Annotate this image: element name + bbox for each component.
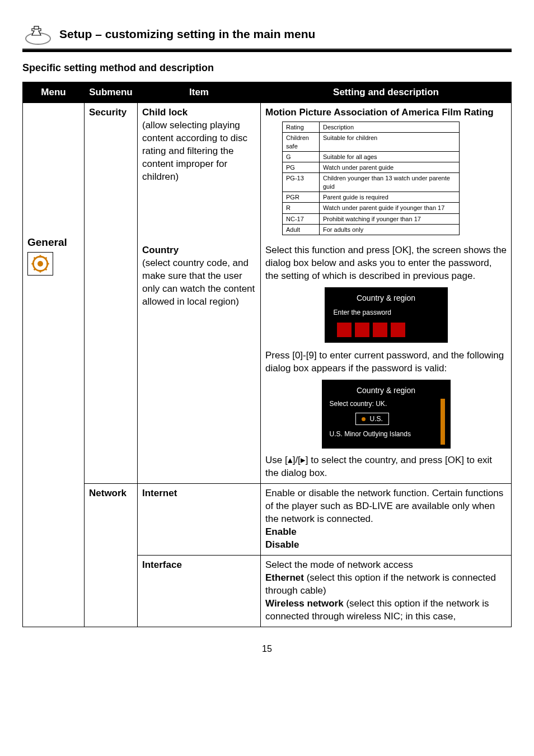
svg-line-10 (34, 268, 36, 270)
svg-line-9 (45, 268, 47, 270)
interface-wifi: Wireless network (265, 598, 344, 609)
rating-cell: Adult (283, 224, 320, 235)
scrollbar[interactable] (441, 399, 445, 445)
security-label: Security (89, 107, 127, 118)
th-setting: Setting and description (261, 82, 512, 103)
rating-cell: Prohibit watching if younger than 17 (320, 213, 460, 224)
internet-title: Internet (142, 488, 177, 498)
rating-hdr-desc: Description (320, 122, 460, 132)
item-internet: Internet (138, 484, 261, 556)
section-heading: Specific setting method and description (22, 62, 512, 74)
submenu-security: Security (85, 103, 138, 484)
gear-icon (27, 252, 53, 276)
rating-cell: Suitable for children (320, 133, 460, 152)
rating-cell: PGR (283, 192, 320, 203)
header-icon (22, 22, 54, 46)
rating-cell: For adults only (320, 224, 460, 235)
internet-enable: Enable (265, 526, 297, 537)
setting-child-lock: Motion Picture Association of America Fi… (261, 103, 512, 241)
pw-dialog-title: Country & region (334, 293, 439, 304)
password-fields (337, 323, 439, 337)
rating-cell: R (283, 203, 320, 213)
internet-disable: Disable (265, 539, 299, 550)
svg-point-3 (38, 261, 43, 267)
rating-cell: Suitable for all ages (320, 151, 460, 162)
pw-dialog-sub: Enter the password (334, 308, 439, 317)
submenu-network: Network (85, 484, 138, 627)
pw-box[interactable] (337, 323, 352, 337)
country-dialog-line3: U.S. Minor Outlying Islands (330, 430, 443, 438)
country-dialog-title: Country & region (330, 385, 443, 396)
setting-country: Select this function and press [OK], the… (261, 241, 512, 484)
rating-hdr-rating: Rating (283, 122, 320, 132)
child-lock-title: Child lock (142, 107, 188, 118)
rating-cell: G (283, 151, 320, 162)
country-us-label: U.S. (370, 415, 383, 423)
mpaa-title: Motion Picture Association of America Fi… (265, 107, 494, 118)
rating-cell: Watch under parent guide (320, 162, 460, 173)
menu-cell: General (23, 103, 85, 627)
item-child-lock: Child lock (allow selecting playing cont… (138, 103, 261, 241)
country-dialog-line1: Select country: UK. (330, 399, 443, 408)
header-underline (22, 48, 512, 52)
country-title: Country (142, 245, 179, 255)
rating-cell: Watch under parent guide if younger than… (320, 203, 460, 213)
rating-table: Rating Description Children safeSuitable… (282, 122, 460, 235)
network-label: Network (89, 488, 127, 498)
menu-label-general: General (27, 235, 79, 250)
interface-line1: Select the mode of network access (265, 559, 413, 570)
country-desc: (select country code, and make sure that… (142, 258, 255, 307)
svg-line-11 (45, 257, 47, 259)
rating-cell: Children younger than 13 watch under par… (320, 173, 460, 192)
country-option-us[interactable]: U.S. (355, 413, 389, 425)
rating-cell: Children safe (283, 133, 320, 152)
page-title: Setup – customizing setting in the main … (59, 27, 315, 41)
rating-cell: NC-17 (283, 213, 320, 224)
child-lock-desc: (allow selecting playing content accordi… (142, 120, 247, 182)
pw-box[interactable] (391, 323, 405, 337)
country-select-dialog: Country & region Select country: UK. U.S… (322, 380, 451, 449)
internet-desc: Enable or disable the network function. … (265, 488, 503, 524)
rating-cell: PG-13 (283, 173, 320, 192)
pw-box[interactable] (373, 323, 387, 337)
item-interface: Interface (138, 555, 261, 627)
svg-line-8 (34, 257, 36, 259)
svg-rect-1 (34, 26, 39, 29)
setting-interface: Select the mode of network access Ethern… (261, 555, 512, 627)
pw-box[interactable] (355, 323, 369, 337)
rating-cell: PG (283, 162, 320, 173)
th-item: Item (138, 82, 261, 103)
interface-ethernet: Ethernet (265, 572, 304, 583)
item-country: Country (select country code, and make s… (138, 241, 261, 484)
rating-cell: Parent guide is required (320, 192, 460, 203)
page-header: Setup – customizing setting in the main … (22, 22, 512, 46)
country-para1: Select this function and press [OK], the… (265, 244, 507, 283)
page-number: 15 (22, 644, 512, 654)
password-dialog: Country & region Enter the password (325, 287, 448, 343)
country-para3: Use [▴]/[▸] to select the country, and p… (265, 454, 507, 480)
th-menu: Menu (23, 82, 85, 103)
settings-table: Menu Submenu Item Setting and descriptio… (22, 82, 512, 627)
interface-title: Interface (142, 559, 182, 570)
country-para2: Press [0]-[9] to enter current password,… (265, 349, 507, 375)
setting-internet: Enable or disable the network function. … (261, 484, 512, 556)
th-submenu: Submenu (85, 82, 138, 103)
